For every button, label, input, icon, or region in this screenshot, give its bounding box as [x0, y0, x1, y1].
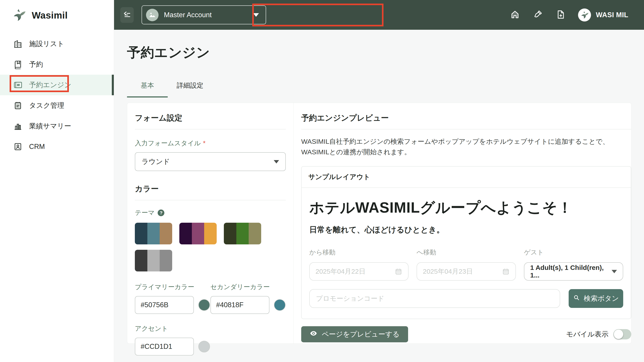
sample-layout-title: サンプルレイアウト: [302, 166, 631, 188]
app-window: Wasimil 施設リスト 予約: [0, 0, 644, 362]
secondary-color-label: セカンダリーカラー: [210, 282, 286, 292]
checkout-label: へ移動: [416, 248, 516, 257]
theme-palette-row: [135, 223, 286, 244]
checkin-date-input[interactable]: 2025年04月22日: [309, 262, 408, 280]
color-section-title: カラー: [135, 184, 286, 194]
search-button[interactable]: 検索ボタン: [569, 289, 623, 308]
mobile-view-row: モバイル表示: [566, 329, 631, 340]
accent-color-input[interactable]: #CCD1D1: [135, 338, 194, 356]
sidebar-item-reservations[interactable]: 予約: [0, 54, 114, 75]
checkout-field: へ移動 2025年04月23日: [416, 248, 516, 280]
logo-text: Wasimil: [32, 10, 68, 21]
topbar-actions: WASI MIL: [510, 8, 628, 22]
home-icon: [510, 10, 520, 20]
accent-color-label: アクセント: [135, 324, 213, 333]
tab-advanced-settings[interactable]: 詳細設定: [168, 77, 212, 98]
settings-card: フォーム設定 入力フォームスタイル* ラウンド カラー テーマ ?: [127, 103, 632, 344]
calendar-icon: [395, 268, 402, 275]
customize-theme-button[interactable]: [532, 10, 543, 20]
building-icon: [13, 39, 23, 49]
account-avatar: [146, 9, 158, 21]
sidebar-item-task-management[interactable]: タスク管理: [0, 95, 114, 116]
main-content: 予約エンジン 基本 詳細設定 フォーム設定 入力フォームスタイル* ラウンド カ…: [114, 30, 644, 362]
file-plus-icon: [556, 10, 566, 20]
sidebar-item-label: 予約: [29, 60, 43, 69]
sample-hero-title: ホテルWASIMILグループへようこそ！: [309, 198, 623, 218]
mobile-view-label: モバイル表示: [566, 330, 608, 339]
input-form-style-label: 入力フォームスタイル*: [135, 139, 286, 148]
form-settings-title: フォーム設定: [135, 113, 286, 123]
toggle-knob: [614, 330, 623, 339]
accent-color-swatch[interactable]: [198, 341, 210, 352]
preview-actions-row: ページをプレビューする モバイル表示: [301, 326, 631, 342]
required-asterisk: *: [203, 140, 206, 147]
primary-color-label: プライマリーカラー: [135, 282, 210, 292]
chevron-down-icon: [612, 270, 617, 273]
input-form-style-select[interactable]: ラウンド: [135, 152, 286, 171]
user-name: WASI MIL: [596, 11, 628, 19]
sidebar-item-label: タスク管理: [29, 101, 64, 110]
notepad-icon: [13, 100, 23, 110]
logo: Wasimil: [0, 0, 114, 24]
sidebar-item-facility-list[interactable]: 施設リスト: [0, 34, 114, 54]
promo-code-input[interactable]: プロモーションコード: [309, 289, 560, 308]
wasimil-bird-logo-icon: [12, 8, 26, 23]
sidebar-item-crm[interactable]: CRM: [0, 136, 114, 157]
sample-search-fields: から移動 2025年04月22日: [309, 248, 623, 280]
tab-basic[interactable]: 基本: [127, 77, 168, 98]
preview-description: WASIMIL自社予約エンジンの検索フォームやポップアップをホテルウェブサイトに…: [301, 136, 626, 157]
bar-chart-icon: [13, 121, 23, 131]
theme-palette-option[interactable]: [224, 223, 261, 244]
theme-palette-option[interactable]: [179, 223, 217, 244]
guests-select[interactable]: 1 Adult(s), 1 Child(ren), 1...: [524, 262, 623, 280]
sidebar-item-label: CRM: [29, 143, 45, 151]
preview-page-button[interactable]: ページをプレビューする: [301, 326, 408, 342]
mobile-view-toggle[interactable]: [613, 329, 631, 340]
account-selector[interactable]: Master Account: [142, 5, 266, 24]
sidebar-nav: 施設リスト 予約 予約: [0, 34, 114, 157]
checkin-field: から移動 2025年04月22日: [309, 248, 408, 280]
user-avatar: [578, 8, 591, 22]
sidebar-item-label: 業績サマリー: [29, 122, 71, 131]
new-document-button[interactable]: [555, 10, 566, 20]
form-settings-panel: フォーム設定 入力フォームスタイル* ラウンド カラー テーマ ?: [127, 103, 294, 344]
theme-palette-option[interactable]: [135, 223, 172, 244]
user-menu[interactable]: WASI MIL: [578, 8, 628, 22]
preview-panel-title: 予約エンジンプレビュー: [301, 113, 631, 123]
page-title: 予約エンジン: [127, 44, 644, 62]
secondary-color-swatch[interactable]: [274, 299, 286, 311]
booking-engine-preview-panel: 予約エンジンプレビュー WASIMIL自社予約エンジンの検索フォームやポップアッ…: [294, 103, 639, 344]
theme-palette-option[interactable]: [135, 250, 172, 272]
theme-palette-row: [135, 250, 286, 272]
primary-color-swatch[interactable]: [198, 299, 210, 311]
menu-collapse-icon: [123, 10, 131, 20]
contact-card-icon: [13, 142, 23, 152]
checkout-date-input[interactable]: 2025年04月23日: [416, 262, 516, 280]
theme-row: テーマ ?: [135, 208, 286, 217]
search-icon: [573, 294, 580, 303]
book-bookmark-icon: [13, 60, 23, 69]
sidebar-item-performance-summary[interactable]: 業績サマリー: [0, 116, 114, 136]
booking-engine-icon: [13, 80, 23, 90]
tab-bar: 基本 詳細設定: [127, 77, 644, 98]
theme-label: テーマ: [135, 208, 154, 217]
guests-label: ゲスト: [524, 248, 623, 257]
collapse-sidebar-button[interactable]: [120, 7, 134, 23]
paint-brush-icon: [533, 10, 543, 20]
guests-field: ゲスト 1 Adult(s), 1 Child(ren), 1...: [524, 248, 623, 280]
primary-color-input[interactable]: #50756B: [135, 296, 194, 314]
promo-row: プロモーションコード 検索ボタン: [309, 289, 623, 308]
primary-color-group: プライマリーカラー #50756B: [135, 282, 210, 314]
secondary-color-input[interactable]: #40818F: [210, 296, 270, 314]
account-selector-label: Master Account: [164, 11, 212, 19]
sidebar: Wasimil 施設リスト 予約: [0, 0, 114, 362]
help-icon[interactable]: ?: [158, 210, 164, 216]
sidebar-item-booking-engine[interactable]: 予約エンジン: [0, 75, 114, 95]
home-button[interactable]: [510, 10, 520, 20]
eye-icon: [310, 330, 317, 339]
secondary-color-group: セカンダリーカラー #40818F: [210, 282, 286, 314]
chevron-down-icon: [253, 13, 259, 17]
sidebar-item-label: 施設リスト: [29, 39, 64, 48]
color-inputs-row: プライマリーカラー #50756B セカンダリーカラー #40818F: [135, 282, 286, 314]
sample-hero-subtitle: 日常を離れて、心ほどけるひととき。: [309, 224, 623, 235]
